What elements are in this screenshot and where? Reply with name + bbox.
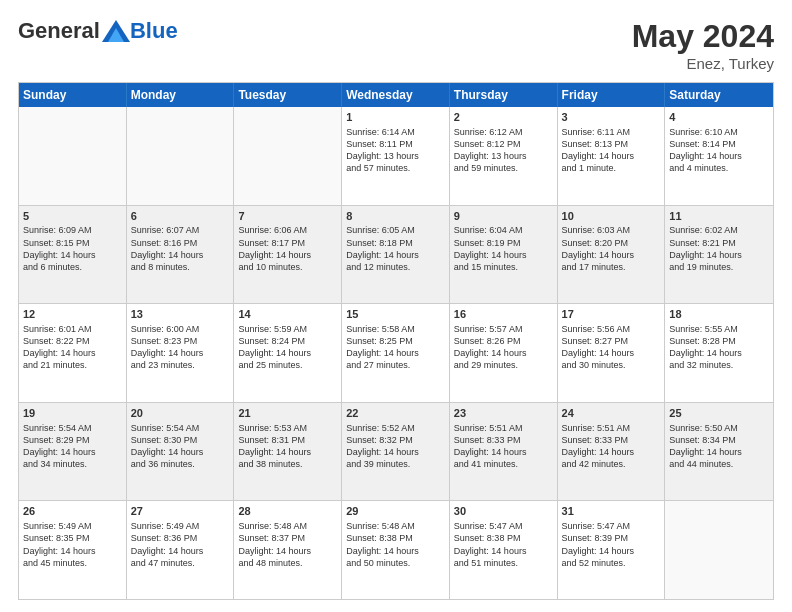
- cal-cell: 17Sunrise: 5:56 AMSunset: 8:27 PMDayligh…: [558, 304, 666, 402]
- day-number: 11: [669, 209, 769, 224]
- cell-text-line: and 15 minutes.: [454, 261, 553, 273]
- cell-text-line: Daylight: 14 hours: [669, 249, 769, 261]
- cal-header-day-thursday: Thursday: [450, 83, 558, 107]
- cell-text-line: Sunrise: 5:47 AM: [454, 520, 553, 532]
- cell-text-line: Sunset: 8:38 PM: [454, 532, 553, 544]
- cell-text-line: and 45 minutes.: [23, 557, 122, 569]
- cell-text-line: Sunrise: 5:52 AM: [346, 422, 445, 434]
- day-number: 8: [346, 209, 445, 224]
- day-number: 17: [562, 307, 661, 322]
- cell-text-line: Daylight: 14 hours: [562, 150, 661, 162]
- cell-text-line: and 57 minutes.: [346, 162, 445, 174]
- cal-cell: 13Sunrise: 6:00 AMSunset: 8:23 PMDayligh…: [127, 304, 235, 402]
- cal-cell: 16Sunrise: 5:57 AMSunset: 8:26 PMDayligh…: [450, 304, 558, 402]
- cell-text-line: and 42 minutes.: [562, 458, 661, 470]
- cell-text-line: Sunrise: 6:10 AM: [669, 126, 769, 138]
- day-number: 4: [669, 110, 769, 125]
- cal-cell: 18Sunrise: 5:55 AMSunset: 8:28 PMDayligh…: [665, 304, 773, 402]
- cal-header-day-wednesday: Wednesday: [342, 83, 450, 107]
- month-title: May 2024: [632, 18, 774, 55]
- cell-text-line: and 51 minutes.: [454, 557, 553, 569]
- cell-text-line: Sunrise: 5:47 AM: [562, 520, 661, 532]
- cal-cell: 29Sunrise: 5:48 AMSunset: 8:38 PMDayligh…: [342, 501, 450, 599]
- cell-text-line: Sunset: 8:13 PM: [562, 138, 661, 150]
- day-number: 25: [669, 406, 769, 421]
- cell-text-line: Sunrise: 5:54 AM: [131, 422, 230, 434]
- location: Enez, Turkey: [632, 55, 774, 72]
- day-number: 13: [131, 307, 230, 322]
- cal-cell: 2Sunrise: 6:12 AMSunset: 8:12 PMDaylight…: [450, 107, 558, 205]
- cell-text-line: Sunset: 8:21 PM: [669, 237, 769, 249]
- cell-text-line: and 32 minutes.: [669, 359, 769, 371]
- cal-cell: [127, 107, 235, 205]
- cell-text-line: Daylight: 14 hours: [238, 545, 337, 557]
- cell-text-line: Daylight: 14 hours: [131, 347, 230, 359]
- cell-text-line: Sunset: 8:37 PM: [238, 532, 337, 544]
- cell-text-line: Sunset: 8:22 PM: [23, 335, 122, 347]
- cell-text-line: and 25 minutes.: [238, 359, 337, 371]
- cell-text-line: Daylight: 14 hours: [454, 446, 553, 458]
- cell-text-line: and 50 minutes.: [346, 557, 445, 569]
- cell-text-line: Sunrise: 5:49 AM: [23, 520, 122, 532]
- cell-text-line: and 23 minutes.: [131, 359, 230, 371]
- cal-cell: 26Sunrise: 5:49 AMSunset: 8:35 PMDayligh…: [19, 501, 127, 599]
- cell-text-line: Daylight: 14 hours: [454, 249, 553, 261]
- cell-text-line: Sunset: 8:31 PM: [238, 434, 337, 446]
- cell-text-line: Sunrise: 5:56 AM: [562, 323, 661, 335]
- cal-header-day-saturday: Saturday: [665, 83, 773, 107]
- cell-text-line: Daylight: 14 hours: [238, 249, 337, 261]
- cell-text-line: Sunrise: 5:51 AM: [562, 422, 661, 434]
- cal-cell: 15Sunrise: 5:58 AMSunset: 8:25 PMDayligh…: [342, 304, 450, 402]
- cell-text-line: Sunset: 8:38 PM: [346, 532, 445, 544]
- cell-text-line: Sunset: 8:19 PM: [454, 237, 553, 249]
- cell-text-line: Sunrise: 6:09 AM: [23, 224, 122, 236]
- cal-cell: 20Sunrise: 5:54 AMSunset: 8:30 PMDayligh…: [127, 403, 235, 501]
- cell-text-line: and 10 minutes.: [238, 261, 337, 273]
- calendar: SundayMondayTuesdayWednesdayThursdayFrid…: [18, 82, 774, 600]
- cell-text-line: Sunrise: 5:57 AM: [454, 323, 553, 335]
- cell-text-line: Sunrise: 6:06 AM: [238, 224, 337, 236]
- cell-text-line: Daylight: 14 hours: [454, 347, 553, 359]
- cell-text-line: Sunrise: 5:58 AM: [346, 323, 445, 335]
- day-number: 16: [454, 307, 553, 322]
- cell-text-line: Daylight: 14 hours: [346, 249, 445, 261]
- cal-header-day-tuesday: Tuesday: [234, 83, 342, 107]
- cell-text-line: Daylight: 14 hours: [346, 545, 445, 557]
- cal-cell: 31Sunrise: 5:47 AMSunset: 8:39 PMDayligh…: [558, 501, 666, 599]
- cell-text-line: and 21 minutes.: [23, 359, 122, 371]
- cell-text-line: Sunset: 8:30 PM: [131, 434, 230, 446]
- cal-cell: 3Sunrise: 6:11 AMSunset: 8:13 PMDaylight…: [558, 107, 666, 205]
- cell-text-line: and 36 minutes.: [131, 458, 230, 470]
- cell-text-line: and 17 minutes.: [562, 261, 661, 273]
- cell-text-line: Daylight: 14 hours: [346, 446, 445, 458]
- cell-text-line: and 29 minutes.: [454, 359, 553, 371]
- cal-cell: 4Sunrise: 6:10 AMSunset: 8:14 PMDaylight…: [665, 107, 773, 205]
- cell-text-line: and 44 minutes.: [669, 458, 769, 470]
- cal-cell: 7Sunrise: 6:06 AMSunset: 8:17 PMDaylight…: [234, 206, 342, 304]
- day-number: 10: [562, 209, 661, 224]
- cal-row-4: 26Sunrise: 5:49 AMSunset: 8:35 PMDayligh…: [19, 500, 773, 599]
- cal-cell: [665, 501, 773, 599]
- logo-text: General Blue: [18, 18, 178, 44]
- cell-text-line: and 48 minutes.: [238, 557, 337, 569]
- day-number: 20: [131, 406, 230, 421]
- cal-cell: 19Sunrise: 5:54 AMSunset: 8:29 PMDayligh…: [19, 403, 127, 501]
- cal-cell: 12Sunrise: 6:01 AMSunset: 8:22 PMDayligh…: [19, 304, 127, 402]
- cal-cell: 27Sunrise: 5:49 AMSunset: 8:36 PMDayligh…: [127, 501, 235, 599]
- cal-cell: 21Sunrise: 5:53 AMSunset: 8:31 PMDayligh…: [234, 403, 342, 501]
- cell-text-line: Sunset: 8:24 PM: [238, 335, 337, 347]
- day-number: 12: [23, 307, 122, 322]
- cell-text-line: Daylight: 14 hours: [23, 249, 122, 261]
- cal-cell: 10Sunrise: 6:03 AMSunset: 8:20 PMDayligh…: [558, 206, 666, 304]
- cell-text-line: Sunrise: 6:02 AM: [669, 224, 769, 236]
- cell-text-line: Daylight: 14 hours: [131, 249, 230, 261]
- cell-text-line: Daylight: 14 hours: [669, 150, 769, 162]
- cell-text-line: Daylight: 14 hours: [238, 347, 337, 359]
- day-number: 9: [454, 209, 553, 224]
- cell-text-line: Sunrise: 5:53 AM: [238, 422, 337, 434]
- cell-text-line: Sunrise: 6:01 AM: [23, 323, 122, 335]
- cell-text-line: Daylight: 14 hours: [562, 347, 661, 359]
- logo: General Blue: [18, 18, 178, 44]
- cell-text-line: and 39 minutes.: [346, 458, 445, 470]
- cell-text-line: Sunrise: 6:00 AM: [131, 323, 230, 335]
